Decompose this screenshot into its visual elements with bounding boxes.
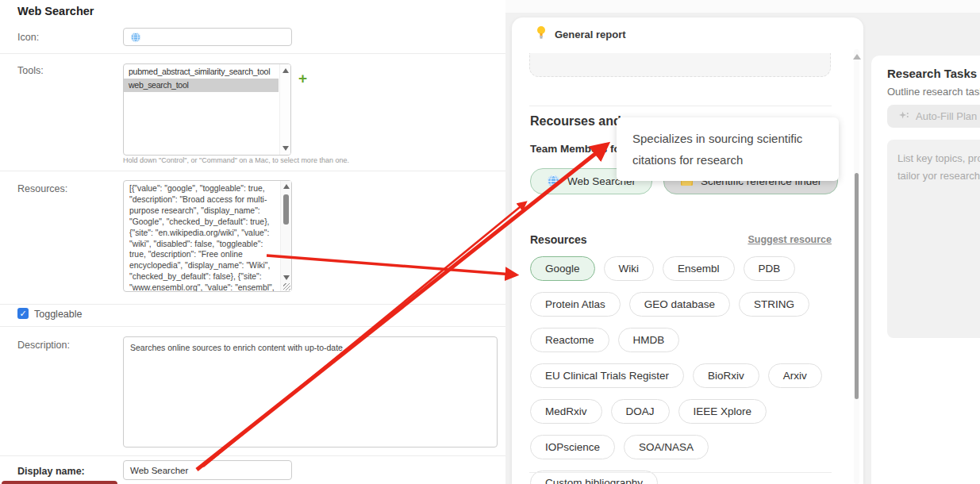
scrollbar-thumb[interactable] bbox=[855, 173, 859, 399]
icon-field-label: Icon: bbox=[17, 32, 39, 43]
tools-option[interactable]: pubmed_abstract_similarity_search_tool bbox=[124, 65, 279, 79]
divider bbox=[529, 472, 832, 473]
tasks-textarea[interactable]: List key topics, pro tailor yor research bbox=[887, 140, 980, 338]
divider bbox=[529, 106, 832, 106]
divider bbox=[0, 53, 505, 54]
scroll-up-icon[interactable] bbox=[853, 54, 861, 60]
resource-chips: GoogleWikiEnsemblPDBProtein AtlasGEO dat… bbox=[530, 256, 837, 484]
screenshot-stage: Web Searcher Icon: Tools: pubmed_abstrac… bbox=[0, 0, 980, 484]
auto-fill-plan-label: Auto-Fill Plan bbox=[916, 110, 977, 122]
resize-handle-icon[interactable] bbox=[283, 283, 290, 290]
collapsed-report-box[interactable] bbox=[529, 53, 831, 77]
divider bbox=[0, 326, 505, 327]
resource-chip[interactable]: GEO database bbox=[629, 292, 730, 317]
add-tool-button[interactable]: + bbox=[298, 70, 307, 87]
team-members-label: Team Members for bbox=[530, 143, 625, 155]
resource-chip[interactable]: Reactome bbox=[530, 328, 609, 352]
resources-field-label: Resources: bbox=[17, 183, 67, 194]
icon-input[interactable] bbox=[123, 28, 292, 46]
sparkle-icon bbox=[898, 110, 910, 122]
scroll-up-icon[interactable] bbox=[282, 68, 289, 73]
tools-help-text: Hold down "Control", or "Command" on a M… bbox=[123, 156, 349, 164]
description-field-label: Description: bbox=[17, 340, 70, 351]
report-card-title: General report bbox=[555, 29, 626, 40]
resource-chip[interactable]: Google bbox=[530, 256, 595, 281]
resource-chip[interactable]: IOPscience bbox=[530, 435, 615, 459]
divider bbox=[0, 455, 505, 456]
member-tooltip: Specializes in sourcing scientific citat… bbox=[617, 117, 839, 181]
auto-fill-plan-button[interactable]: Auto-Fill Plan bbox=[887, 105, 980, 128]
research-tasks-subtitle: Outline research task bbox=[887, 86, 980, 98]
page-top-strip bbox=[505, 0, 980, 13]
resource-chip[interactable]: BioRxiv bbox=[693, 363, 759, 388]
tools-scrollbar[interactable] bbox=[279, 64, 290, 155]
display-name-field-label: Display name: bbox=[17, 466, 85, 477]
globe-icon bbox=[547, 175, 560, 188]
globe-icon bbox=[130, 32, 141, 43]
tasks-placeholder-line2: tailor yor research bbox=[897, 167, 980, 185]
resource-chip[interactable]: Wiki bbox=[604, 256, 655, 281]
tools-multiselect[interactable]: pubmed_abstract_similarity_search_toolwe… bbox=[123, 63, 291, 156]
scroll-down-icon[interactable] bbox=[282, 146, 289, 151]
display-name-input[interactable]: Web Searcher bbox=[123, 460, 292, 480]
resource-chip[interactable]: Protein Atlas bbox=[530, 292, 621, 317]
resource-chip[interactable]: STRING bbox=[739, 292, 809, 317]
section-heading: Recourses and bbox=[530, 114, 621, 129]
resources-textarea[interactable]: [{"value": "google", "toggleable": true,… bbox=[123, 180, 292, 292]
toggleable-checkbox[interactable]: ✓ bbox=[17, 308, 29, 319]
resource-chip[interactable]: Arxiv bbox=[768, 363, 822, 388]
resource-chip[interactable]: MedRxiv bbox=[530, 399, 602, 424]
scroll-down-icon[interactable] bbox=[283, 275, 290, 280]
tools-option[interactable]: web_search_tool bbox=[124, 79, 279, 92]
tasks-placeholder-line1: List key topics, pro bbox=[897, 150, 980, 167]
general-report-card: General report Recourses and Team Member… bbox=[512, 17, 863, 484]
resources-scrollbar[interactable] bbox=[280, 181, 291, 291]
research-tasks-panel: Research Tasks Outline research task Aut… bbox=[871, 56, 980, 484]
resource-chip[interactable]: EU Clinical Trials Register bbox=[530, 363, 684, 388]
resource-chip[interactable]: IEEE Xplore bbox=[678, 399, 767, 424]
research-tasks-title: Research Tasks bbox=[887, 67, 977, 80]
resource-chip[interactable]: Ensembl bbox=[663, 256, 735, 281]
tools-field-label: Tools: bbox=[17, 65, 44, 76]
scroll-up-icon[interactable] bbox=[283, 184, 290, 189]
resources-heading: Resources bbox=[530, 233, 587, 246]
form-title: Web Searcher bbox=[17, 5, 94, 17]
toggleable-label: Toggleable bbox=[34, 309, 82, 320]
resource-chip[interactable]: SOA/NASA bbox=[624, 435, 709, 459]
arrow-resources-to-google-chip bbox=[267, 255, 513, 275]
resource-chip[interactable]: HMDB bbox=[618, 328, 680, 352]
resource-chip[interactable]: PDB bbox=[744, 256, 796, 281]
resource-chip[interactable]: DOAJ bbox=[611, 399, 670, 424]
suggest-resource-link[interactable]: Suggest resource bbox=[747, 234, 832, 245]
scrollbar-thumb[interactable] bbox=[283, 194, 289, 225]
display-name-value: Web Searcher bbox=[130, 466, 188, 475]
resources-json-value: [{"value": "google", "toggleable": true,… bbox=[124, 181, 280, 291]
divider bbox=[0, 171, 505, 171]
lightbulb-icon bbox=[536, 25, 547, 40]
description-textarea[interactable]: Searches online sources to enrich conten… bbox=[123, 336, 498, 448]
delete-button-clipped[interactable] bbox=[2, 481, 117, 484]
divider bbox=[0, 304, 505, 305]
